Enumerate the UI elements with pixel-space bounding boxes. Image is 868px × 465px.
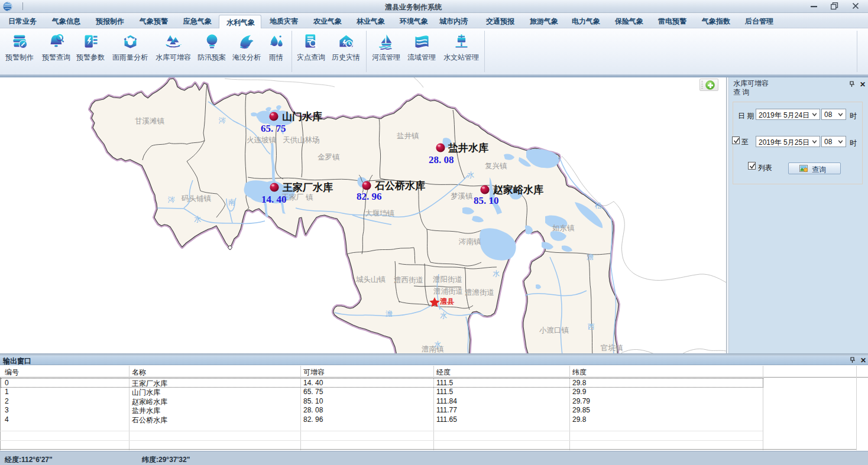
svg-text:南: 南 xyxy=(228,198,235,206)
svg-text:如东镇: 如东镇 xyxy=(552,224,575,232)
svg-text:甘溪滩镇: 甘溪滩镇 xyxy=(135,117,165,125)
svg-text:澹: 澹 xyxy=(386,310,393,318)
svg-text:松: 松 xyxy=(595,201,602,210)
svg-text:水: 水 xyxy=(467,171,474,179)
svg-text:西: 西 xyxy=(588,323,595,331)
svg-text:澧县: 澧县 xyxy=(439,297,454,305)
svg-text:28. 08: 28. 08 xyxy=(429,154,454,165)
svg-text:涔南镇: 涔南镇 xyxy=(458,238,481,246)
svg-text:水: 水 xyxy=(493,269,500,278)
svg-text:盐井水库: 盐井水库 xyxy=(448,142,488,154)
svg-text:澧西街道: 澧西街道 xyxy=(394,276,423,284)
svg-text:官垸镇: 官垸镇 xyxy=(601,344,623,352)
svg-text:小渡口镇: 小渡口镇 xyxy=(539,326,569,334)
svg-text:复兴镇: 复兴镇 xyxy=(485,162,507,170)
svg-text:涔: 涔 xyxy=(167,196,175,204)
svg-text:天供山林场: 天供山林场 xyxy=(283,136,320,144)
svg-text:码头铺镇: 码头铺镇 xyxy=(181,194,212,203)
svg-text:澧阳街道: 澧阳街道 xyxy=(433,275,462,284)
svg-text:赵家峪水库: 赵家峪水库 xyxy=(493,184,543,196)
svg-text:14. 40: 14. 40 xyxy=(261,194,287,205)
svg-text:大堰垱镇: 大堰垱镇 xyxy=(365,209,395,217)
svg-text:石公桥水库: 石公桥水库 xyxy=(374,180,425,191)
svg-text:水: 水 xyxy=(440,311,447,320)
svg-text:澧澹街道: 澧澹街道 xyxy=(465,288,494,297)
svg-text:金罗镇: 金罗镇 xyxy=(318,153,340,161)
svg-text:澧浦街道: 澧浦街道 xyxy=(433,287,463,295)
svg-text:澹: 澹 xyxy=(587,253,594,261)
svg-text:梦溪镇: 梦溪镇 xyxy=(451,192,473,200)
svg-text:65. 75: 65. 75 xyxy=(261,123,286,134)
svg-text:水: 水 xyxy=(194,215,201,223)
svg-text:火连坡镇: 火连坡镇 xyxy=(247,136,277,144)
svg-text:85. 10: 85. 10 xyxy=(474,195,499,206)
svg-text:王家厂水库: 王家厂水库 xyxy=(282,181,333,193)
svg-text:82. 96: 82. 96 xyxy=(357,191,382,202)
svg-text:城头山镇: 城头山镇 xyxy=(356,275,386,284)
svg-text:水: 水 xyxy=(434,340,441,349)
svg-text:山门水库: 山门水库 xyxy=(282,110,322,122)
svg-text:盐井镇: 盐井镇 xyxy=(397,132,419,140)
svg-text:涔: 涔 xyxy=(218,116,226,125)
